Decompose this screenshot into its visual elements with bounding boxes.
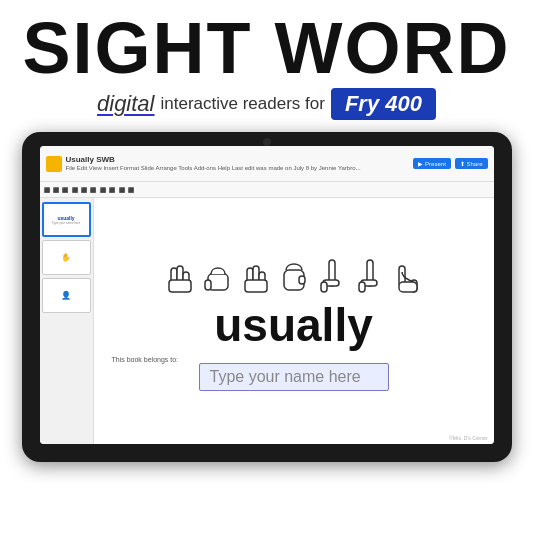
present-button[interactable]: ▶ Present bbox=[413, 158, 450, 169]
svg-rect-17 bbox=[359, 282, 365, 292]
page-title: SIGHT WORD bbox=[20, 12, 513, 84]
asl-hand-y bbox=[391, 252, 425, 296]
digital-label: digital bbox=[97, 91, 154, 117]
subtitle-row: digital interactive readers for Fry 400 bbox=[20, 88, 513, 120]
toolbar-icons: ⬛ ⬛ ⬛ ⬛ ⬛ ⬛ ⬛ ⬛ ⬛ ⬛ bbox=[44, 187, 136, 193]
main-word: usually bbox=[214, 302, 373, 348]
share-button[interactable]: ⬆ Share bbox=[455, 158, 488, 169]
header-section: SIGHT WORD digital interactive readers f… bbox=[0, 0, 533, 128]
slides-icon bbox=[46, 156, 62, 172]
slides-menubar: File Edit View Insert Format Slide Arran… bbox=[66, 165, 410, 172]
slides-topbar: Usually SWB File Edit View Insert Format… bbox=[40, 146, 494, 182]
asl-hand-l2 bbox=[353, 252, 387, 296]
slides-filename: Usually SWB bbox=[66, 155, 410, 165]
interactive-label: interactive readers for bbox=[161, 94, 325, 114]
thumb-icon-3: 👤 bbox=[61, 291, 71, 300]
name-input[interactable]: Type your name here bbox=[199, 363, 389, 391]
copyright-text: ©Mrs. D's Corner bbox=[449, 435, 488, 441]
svg-rect-20 bbox=[399, 282, 417, 292]
asl-hand-u2 bbox=[239, 252, 273, 296]
tablet-device: Usually SWB File Edit View Insert Format… bbox=[22, 132, 512, 462]
svg-rect-9 bbox=[245, 280, 267, 292]
tablet-screen: Usually SWB File Edit View Insert Format… bbox=[40, 146, 494, 444]
fry-badge: Fry 400 bbox=[331, 88, 436, 120]
svg-rect-11 bbox=[299, 276, 305, 284]
svg-rect-3 bbox=[169, 280, 191, 292]
thumb-label-1: Type your name here bbox=[52, 221, 80, 225]
asl-row bbox=[163, 252, 425, 296]
belongs-label: This book belongs to: bbox=[112, 356, 179, 363]
asl-hand-s bbox=[201, 252, 235, 296]
slides-content: usually Type your name here ✋ 👤 bbox=[40, 198, 494, 444]
asl-hand-u bbox=[163, 252, 197, 296]
asl-hand-a bbox=[277, 252, 311, 296]
asl-hand-l bbox=[315, 252, 349, 296]
svg-rect-5 bbox=[205, 280, 211, 290]
slide-thumb-1[interactable]: usually Type your name here bbox=[42, 202, 91, 237]
svg-rect-14 bbox=[321, 282, 327, 292]
slide-thumb-3[interactable]: 👤 bbox=[42, 278, 91, 313]
slides-toolbar-right: ▶ Present ⬆ Share bbox=[413, 158, 487, 169]
thumb-icon-2: ✋ bbox=[61, 253, 71, 262]
slides-panel: usually Type your name here ✋ 👤 bbox=[40, 198, 94, 444]
slides-title-area: Usually SWB File Edit View Insert Format… bbox=[66, 155, 410, 172]
slide-main: usually This book belongs to: Type your … bbox=[94, 198, 494, 444]
tablet-wrapper: Usually SWB File Edit View Insert Format… bbox=[0, 128, 533, 472]
slides-toolbar2: ⬛ ⬛ ⬛ ⬛ ⬛ ⬛ ⬛ ⬛ ⬛ ⬛ bbox=[40, 182, 494, 198]
slide-thumb-2[interactable]: ✋ bbox=[42, 240, 91, 275]
